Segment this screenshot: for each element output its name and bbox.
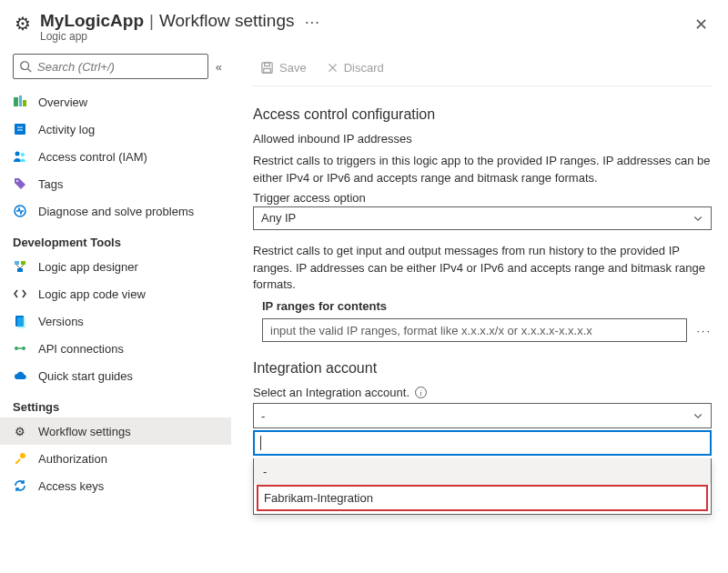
integration-option-none[interactable]: -: [254, 458, 711, 485]
main-content: Save Discard Access control configuratio…: [231, 50, 728, 572]
diagnose-icon: [13, 204, 27, 218]
svg-line-1: [28, 69, 32, 73]
svg-point-20: [22, 347, 25, 350]
blade-title: Workflow settings: [159, 11, 295, 31]
sidebar-item-label: Authorization: [38, 452, 107, 466]
versions-icon: [13, 314, 27, 328]
sidebar-item-label: Workflow settings: [38, 425, 131, 438]
save-button[interactable]: Save: [253, 59, 314, 76]
resource-name: MyLogicApp: [40, 11, 144, 31]
sidebar-item-label: Versions: [38, 315, 84, 328]
collapse-sidebar-button[interactable]: «: [216, 60, 222, 74]
sidebar: « Overview Activity log Access control (…: [0, 50, 231, 572]
sidebar-item-label: Diagnose and solve problems: [38, 205, 194, 218]
command-bar: Save Discard: [253, 54, 712, 86]
title-separator: |: [149, 11, 154, 31]
svg-rect-14: [17, 268, 23, 272]
sidebar-item-authorization[interactable]: Authorization: [0, 445, 231, 472]
integration-option-fabrikam[interactable]: Fabrikam-Integration: [257, 485, 708, 511]
integration-account-dropdown[interactable]: -: [253, 403, 712, 428]
sidebar-item-access-control[interactable]: Access control (IAM): [0, 143, 231, 170]
more-icon[interactable]: ···: [305, 15, 320, 29]
sidebar-item-label: Logic app designer: [38, 260, 138, 274]
search-icon: [19, 60, 32, 73]
svg-rect-12: [15, 261, 19, 265]
sidebar-item-quick-start[interactable]: Quick start guides: [0, 362, 231, 389]
sidebar-item-access-keys[interactable]: Access keys: [0, 472, 231, 499]
sidebar-item-overview[interactable]: Overview: [0, 88, 231, 116]
trigger-access-select[interactable]: Any IP: [253, 206, 712, 230]
info-icon[interactable]: i: [415, 387, 427, 398]
sidebar-item-label: API connections: [38, 342, 124, 356]
activity-log-icon: [13, 122, 27, 136]
svg-rect-5: [15, 124, 25, 135]
sidebar-item-label: Activity log: [38, 123, 95, 136]
sidebar-item-api-connections[interactable]: API connections: [0, 335, 231, 362]
sidebar-item-designer[interactable]: Logic app designer: [0, 253, 231, 280]
svg-rect-18: [17, 317, 25, 328]
svg-point-19: [15, 347, 18, 350]
sidebar-item-label: Quick start guides: [38, 369, 133, 383]
svg-point-22: [20, 453, 25, 458]
overview-icon: [13, 95, 27, 109]
chevron-down-icon: [693, 213, 703, 224]
ip-ranges-input[interactable]: input the valid IP ranges, format like x…: [262, 318, 687, 342]
api-icon: [13, 341, 27, 356]
sidebar-item-diagnose[interactable]: Diagnose and solve problems: [0, 197, 231, 225]
svg-rect-26: [264, 68, 271, 73]
sidebar-item-label: Access control (IAM): [38, 150, 147, 164]
sidebar-item-label: Tags: [38, 177, 63, 191]
code-icon: [13, 286, 27, 301]
trigger-desc: Restrict calls to triggers in this logic…: [253, 153, 712, 187]
svg-line-15: [16, 265, 20, 268]
sidebar-item-label: Overview: [38, 96, 87, 109]
sidebar-item-label: Logic app code view: [38, 287, 146, 301]
section-integration: Integration account: [253, 360, 712, 377]
text-cursor: [260, 436, 261, 450]
svg-rect-13: [21, 261, 25, 265]
sidebar-item-workflow-settings[interactable]: ⚙ Workflow settings: [0, 417, 231, 445]
section-access-control: Access control configuration: [253, 106, 712, 123]
sidebar-item-code-view[interactable]: Logic app code view: [0, 280, 231, 307]
trigger-access-value: Any IP: [261, 211, 693, 225]
discard-button[interactable]: Discard: [319, 59, 391, 76]
svg-rect-2: [14, 97, 18, 106]
integration-select-label: Select an Integration account.: [253, 386, 410, 399]
history-desc: Restrict calls to get input and output m…: [253, 243, 712, 295]
sidebar-section-settings: Settings: [0, 389, 231, 417]
integration-search-input[interactable]: [253, 430, 712, 456]
designer-icon: [13, 259, 27, 274]
sidebar-item-versions[interactable]: Versions: [0, 307, 231, 335]
people-icon: [13, 149, 27, 164]
sidebar-item-activity-log[interactable]: Activity log: [0, 116, 231, 143]
save-icon: [260, 61, 274, 75]
sidebar-section-dev-tools: Development Tools: [0, 225, 231, 253]
trigger-access-label: Trigger access option: [253, 191, 712, 205]
integration-selected[interactable]: -: [254, 404, 711, 427]
tag-icon: [13, 176, 27, 191]
close-button[interactable]: ✕: [689, 11, 713, 38]
ip-more-button[interactable]: ···: [696, 324, 712, 337]
svg-rect-25: [265, 63, 270, 66]
svg-line-16: [20, 265, 24, 268]
header-titles: MyLogicApp | Workflow settings ··· Logic…: [40, 11, 689, 43]
svg-rect-4: [23, 100, 26, 106]
gear-icon: ⚙: [15, 13, 31, 35]
sidebar-item-label: Access keys: [38, 479, 104, 493]
svg-point-10: [16, 180, 18, 182]
svg-rect-23: [15, 458, 20, 464]
svg-point-8: [15, 152, 20, 156]
svg-rect-3: [19, 96, 22, 106]
ip-ranges-placeholder: input the valid IP ranges, format like x…: [270, 324, 592, 337]
svg-point-9: [21, 153, 25, 156]
chevron-down-icon: [693, 410, 703, 421]
key-icon: [13, 451, 27, 466]
allowed-ip-label: Allowed inbound IP addresses: [253, 132, 712, 146]
blade-header: ⚙ MyLogicApp | Workflow settings ··· Log…: [0, 0, 728, 50]
sidebar-search[interactable]: [13, 54, 208, 79]
svg-point-0: [21, 62, 29, 70]
sync-icon: [13, 478, 27, 493]
sidebar-item-tags[interactable]: Tags: [0, 170, 231, 197]
search-input[interactable]: [37, 60, 202, 74]
discard-icon: [327, 62, 339, 74]
